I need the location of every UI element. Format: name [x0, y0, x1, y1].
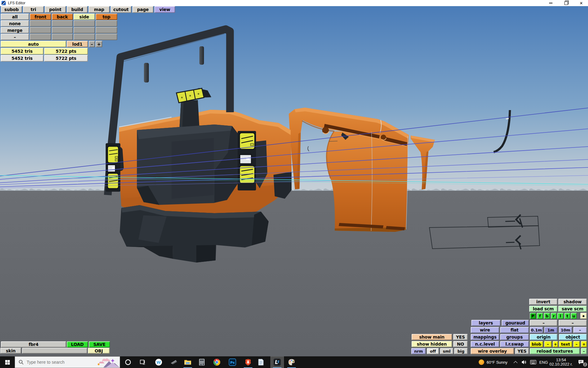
text-minus-button[interactable]: –: [573, 341, 580, 347]
blob-minus-button[interactable]: –: [544, 341, 552, 347]
taskbar-notepad[interactable]: [254, 356, 268, 368]
show-hidden-value[interactable]: NO: [453, 341, 468, 347]
flag-dot-button[interactable]: ●: [580, 313, 587, 319]
flag-t-button[interactable]: t: [564, 313, 570, 319]
touch-keyboard-button[interactable]: [529, 356, 538, 368]
flag-p-button[interactable]: P: [530, 313, 536, 319]
show-hidden-button[interactable]: show hidden: [412, 341, 452, 347]
text-button[interactable]: text: [559, 341, 572, 347]
viewport-3d[interactable]: [0, 6, 588, 356]
wire-button[interactable]: wire: [471, 327, 499, 333]
taskbar-task-view[interactable]: [136, 356, 149, 368]
wedge-icon: [170, 359, 178, 365]
tab-build[interactable]: build: [67, 6, 88, 13]
reload-dash-button[interactable]: –: [581, 348, 587, 354]
nc-level-button[interactable]: n.c.level: [471, 341, 499, 347]
invert-button[interactable]: invert: [529, 299, 557, 305]
view-front-button[interactable]: front: [30, 13, 51, 20]
grid-1m-button[interactable]: 1m: [544, 327, 557, 333]
nrm-button[interactable]: nrm: [411, 348, 426, 354]
taskbar-brave[interactable]: [241, 356, 255, 368]
view-top-button[interactable]: top: [96, 13, 117, 20]
flat-button[interactable]: flat: [500, 327, 529, 333]
dash-button[interactable]: –: [1, 34, 29, 40]
tab-view[interactable]: view: [154, 6, 175, 13]
shadow-button[interactable]: shadow: [558, 299, 587, 305]
blob-button[interactable]: blob: [530, 341, 543, 347]
blob-plus-button[interactable]: +: [553, 341, 558, 347]
lod-minus-button[interactable]: –: [89, 41, 95, 47]
lod-plus-button[interactable]: +: [96, 41, 102, 47]
load-scm-button[interactable]: load scm: [529, 306, 557, 312]
reload-textures-button[interactable]: reload textures: [530, 348, 580, 354]
search-bar[interactable]: [15, 356, 120, 368]
layers-button[interactable]: layers: [471, 320, 500, 326]
close-button[interactable]: ✕: [575, 0, 588, 6]
lod-auto-button[interactable]: auto: [1, 41, 66, 47]
view-back-button[interactable]: back: [52, 13, 73, 20]
show-main-button[interactable]: show main: [412, 334, 452, 340]
text-plus-button[interactable]: +: [581, 341, 587, 347]
action-center-button[interactable]: 2: [574, 356, 588, 368]
merge-button[interactable]: merge: [1, 27, 29, 33]
taskbar-calculator[interactable]: [195, 356, 209, 368]
sml-button[interactable]: sml: [440, 348, 453, 354]
tray-overflow-button[interactable]: [512, 356, 520, 368]
big-button[interactable]: big: [454, 348, 468, 354]
filename-field[interactable]: fbr4: [1, 341, 66, 347]
lr-swap-button[interactable]: l.r.swap: [500, 341, 529, 347]
search-input[interactable]: [27, 360, 91, 365]
view-side-button[interactable]: side: [74, 13, 95, 20]
groups-button[interactable]: groups: [500, 334, 529, 340]
flag-r-button[interactable]: r: [551, 313, 556, 319]
tab-subob[interactable]: subob: [1, 6, 22, 13]
tab-page[interactable]: page: [132, 6, 153, 13]
select-all-button[interactable]: all: [1, 13, 29, 20]
taskbar-lfs-editor[interactable]: [270, 356, 284, 368]
weather-widget[interactable]: 60°F Sunny: [474, 356, 512, 368]
taskbar-w-app[interactable]: W: [152, 356, 165, 368]
wire-overlay-value[interactable]: YES: [515, 348, 529, 354]
tab-map[interactable]: map: [89, 6, 110, 13]
tab-tri[interactable]: tri: [23, 6, 44, 13]
w-circle-icon: W: [155, 358, 162, 366]
object-button[interactable]: object: [559, 334, 587, 340]
taskbar-ring-icon[interactable]: [121, 356, 135, 368]
start-button[interactable]: [0, 356, 15, 368]
tab-cutout[interactable]: cutout: [111, 6, 131, 13]
tab-point[interactable]: point: [45, 6, 66, 13]
grid-dash-button[interactable]: –: [573, 327, 587, 333]
origin-button[interactable]: origin: [530, 334, 557, 340]
show-main-value[interactable]: YES: [453, 334, 468, 340]
off-button[interactable]: off: [427, 348, 439, 354]
obj-button[interactable]: OBJ: [88, 348, 110, 354]
notification-badge: 2: [583, 362, 587, 367]
flag-u-button[interactable]: u: [571, 313, 577, 319]
language-indicator[interactable]: ENG: [538, 356, 549, 368]
flag-l-button[interactable]: l: [557, 313, 564, 319]
save-button[interactable]: SAVE: [89, 341, 110, 347]
flag-f-button[interactable]: f: [537, 313, 543, 319]
flag-b-button[interactable]: b: [544, 313, 550, 319]
save-scm-button[interactable]: save scm: [558, 306, 587, 312]
taskbar-chrome[interactable]: [210, 356, 224, 368]
load-button[interactable]: LOAD: [67, 341, 88, 347]
mappings-button[interactable]: mappings: [471, 334, 499, 340]
taskbar-file-explorer[interactable]: [181, 356, 194, 368]
wire-overlay-button[interactable]: wire overlay: [471, 348, 514, 354]
clock[interactable]: 13:54 02.10.2022 r.: [549, 356, 573, 368]
skin-button[interactable]: skin: [0, 348, 21, 354]
volume-button[interactable]: [520, 356, 529, 368]
grid-dash1-button[interactable]: –: [530, 320, 557, 326]
gouraud-button[interactable]: gouraud: [502, 320, 529, 326]
maximize-button[interactable]: [559, 0, 573, 6]
grid-0.1m-button[interactable]: 0.1m: [530, 327, 543, 333]
taskbar-wedge-app[interactable]: [167, 356, 181, 368]
taskbar-paint[interactable]: [285, 356, 298, 368]
minimize-button[interactable]: [544, 0, 557, 6]
taskbar-photoshop[interactable]: Ps: [226, 356, 239, 368]
grid-10m-button[interactable]: 10m: [559, 327, 572, 333]
select-none-button[interactable]: none: [1, 20, 29, 27]
grid-dash2-button[interactable]: –: [559, 320, 587, 326]
lod-current-button[interactable]: lod1: [67, 41, 88, 47]
